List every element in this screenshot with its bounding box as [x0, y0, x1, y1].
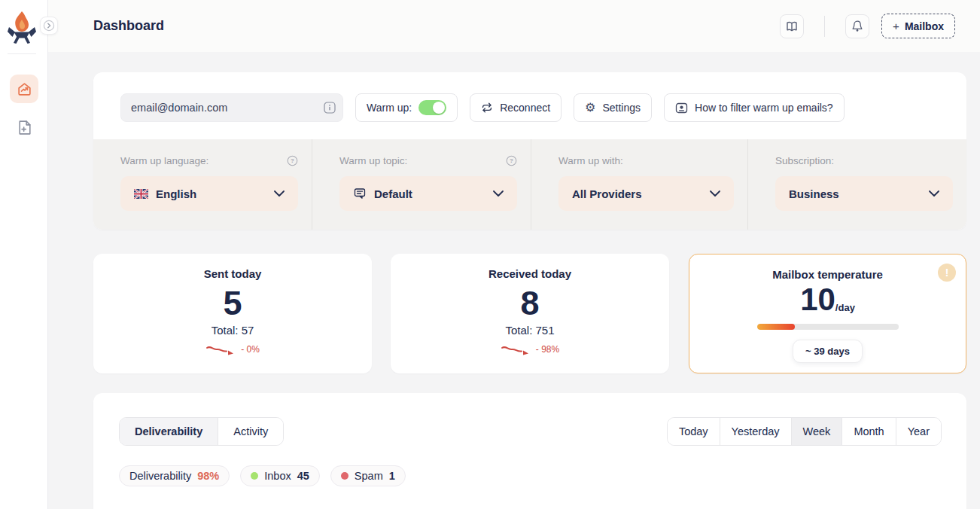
chevron-down-icon	[929, 190, 939, 197]
sidebar-item-dashboard[interactable]	[10, 75, 38, 103]
main-content: Warm up: Reconnect ⚙ Settings	[48, 52, 980, 509]
sent-today-title: Sent today	[93, 267, 372, 280]
help-icon[interactable]: ?	[287, 155, 298, 166]
received-today-card: Received today 8 Total: 751 - 98%	[391, 254, 669, 373]
sidebar-collapse-button[interactable]	[40, 17, 58, 35]
reconnect-label: Reconnect	[500, 102, 550, 114]
email-input[interactable]	[120, 93, 343, 122]
file-plus-icon	[16, 119, 33, 136]
uk-flag-icon	[134, 189, 148, 199]
alert-icon[interactable]: !	[938, 264, 956, 282]
spam-badge-label: Spam	[355, 470, 383, 482]
logo-leg-right	[25, 37, 31, 44]
guide-button[interactable]	[780, 14, 804, 38]
language-select[interactable]: English	[120, 176, 298, 211]
chevron-down-icon	[493, 190, 504, 197]
subscription-label: Subscription:	[775, 155, 834, 166]
add-mailbox-label: Mailbox	[905, 20, 944, 32]
deliverability-badge-label: Deliverability	[129, 470, 191, 482]
analytics-card: Deliverability Activity Today Yesterday …	[93, 393, 966, 509]
selector-language: Warm up language: ?	[93, 139, 312, 230]
plus-icon: +	[893, 20, 899, 32]
warmup-toggle-group[interactable]: Warm up:	[355, 93, 458, 122]
logo-base-center	[14, 32, 30, 38]
toggle-knob	[433, 102, 445, 114]
language-value: English	[156, 187, 196, 200]
providers-label: Warm up with:	[558, 155, 623, 166]
tab-activity[interactable]: Activity	[218, 418, 283, 445]
analytics-tabs: Deliverability Activity	[119, 417, 284, 446]
language-label: Warm up language:	[120, 155, 208, 166]
days-left-badge[interactable]: ~ 39 days	[793, 340, 863, 363]
temperature-progress-fill	[757, 324, 796, 330]
header-divider	[824, 16, 825, 37]
chevron-down-icon	[710, 190, 720, 197]
help-icon[interactable]: ?	[506, 155, 517, 166]
add-mailbox-button[interactable]: + Mailbox	[881, 14, 955, 38]
downward-trend-icon	[205, 343, 237, 355]
chevron-right-circle-icon	[43, 20, 55, 32]
spam-badge-value: 1	[389, 470, 395, 482]
sidebar-item-add-report[interactable]	[10, 113, 38, 142]
sidebar	[0, 0, 48, 509]
bell-icon	[851, 20, 864, 33]
sent-today-value: 5	[93, 285, 372, 322]
selector-topic: Warm up topic: ? Default	[312, 139, 531, 230]
home-analytics-icon	[17, 81, 32, 97]
warmbox-flame-logo	[8, 11, 36, 44]
temperature-title: Mailbox temperature	[689, 268, 966, 281]
sidebar-divider	[8, 53, 36, 54]
svg-text:?: ?	[291, 157, 294, 164]
reconnect-button[interactable]: Reconnect	[470, 93, 562, 122]
period-year[interactable]: Year	[896, 418, 941, 445]
downward-trend-icon	[501, 343, 532, 355]
svg-text:?: ?	[510, 157, 513, 164]
received-today-title: Received today	[391, 267, 669, 280]
temperature-unit: /day	[835, 302, 855, 313]
page-title: Dashboard	[93, 18, 164, 34]
period-today[interactable]: Today	[668, 418, 720, 445]
providers-select[interactable]: All Providers	[558, 176, 734, 211]
subscription-value: Business	[789, 187, 839, 200]
header: Dashboard + Mailbox	[48, 0, 980, 52]
topic-select[interactable]: Default	[339, 176, 517, 211]
period-week[interactable]: Week	[791, 418, 842, 445]
reconnect-icon	[481, 102, 493, 114]
chevron-down-icon	[274, 190, 285, 197]
filter-help-button[interactable]: How to filter warm up emails?	[664, 93, 845, 122]
inbox-badge-value: 45	[297, 470, 309, 482]
deliverability-badge[interactable]: Deliverability 98%	[119, 465, 230, 486]
notifications-button[interactable]	[845, 14, 869, 38]
inbox-dot-icon	[251, 472, 258, 480]
selector-band: Warm up language: ?	[93, 139, 966, 230]
topic-value: Default	[374, 187, 412, 200]
sent-today-total: Total: 57	[93, 324, 372, 337]
period-month[interactable]: Month	[842, 418, 895, 445]
subscription-select[interactable]: Business	[775, 176, 953, 211]
info-icon[interactable]	[324, 102, 336, 114]
period-yesterday[interactable]: Yesterday	[720, 418, 791, 445]
period-selector: Today Yesterday Week Month Year	[667, 417, 942, 446]
spam-dot-icon	[341, 472, 348, 480]
selector-providers: Warm up with: All Providers	[531, 139, 747, 230]
topic-label: Warm up topic:	[339, 155, 407, 166]
chat-bubble-icon	[353, 187, 367, 200]
sent-today-card: Sent today 5 Total: 57 - 0%	[93, 254, 372, 373]
book-icon	[785, 20, 799, 33]
received-today-total: Total: 751	[391, 324, 669, 337]
settings-label: Settings	[602, 102, 641, 114]
tab-deliverability[interactable]: Deliverability	[120, 418, 218, 445]
inbox-badge[interactable]: Inbox 45	[240, 465, 320, 486]
warmup-toggle-label: Warm up:	[367, 102, 412, 114]
temperature-value: 10	[800, 284, 835, 315]
mailbox-temperature-card: ! Mailbox temperature 10 /day ~ 39 days	[689, 254, 966, 373]
sent-today-trend: - 0%	[241, 344, 260, 355]
filter-help-label: How to filter warm up emails?	[695, 102, 833, 114]
providers-value: All Providers	[572, 187, 642, 200]
settings-button[interactable]: ⚙ Settings	[574, 93, 652, 122]
warmup-toggle[interactable]	[418, 100, 446, 115]
selector-subscription: Subscription: Business	[747, 139, 966, 230]
deliverability-badge-value: 98%	[197, 470, 219, 482]
video-icon	[675, 102, 688, 114]
spam-badge[interactable]: Spam 1	[330, 465, 406, 486]
